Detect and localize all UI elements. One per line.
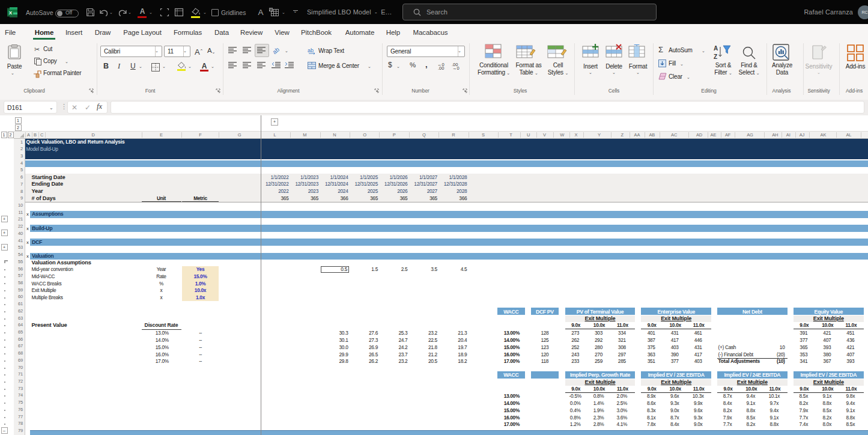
svg-text:A: A bbox=[714, 45, 718, 52]
svg-text:ab: ab bbox=[308, 47, 314, 53]
svg-text:X: X bbox=[9, 10, 13, 16]
svg-text:Z: Z bbox=[714, 53, 717, 60]
svg-text:.00: .00 bbox=[438, 65, 444, 71]
svg-text:→0: →0 bbox=[452, 65, 460, 71]
